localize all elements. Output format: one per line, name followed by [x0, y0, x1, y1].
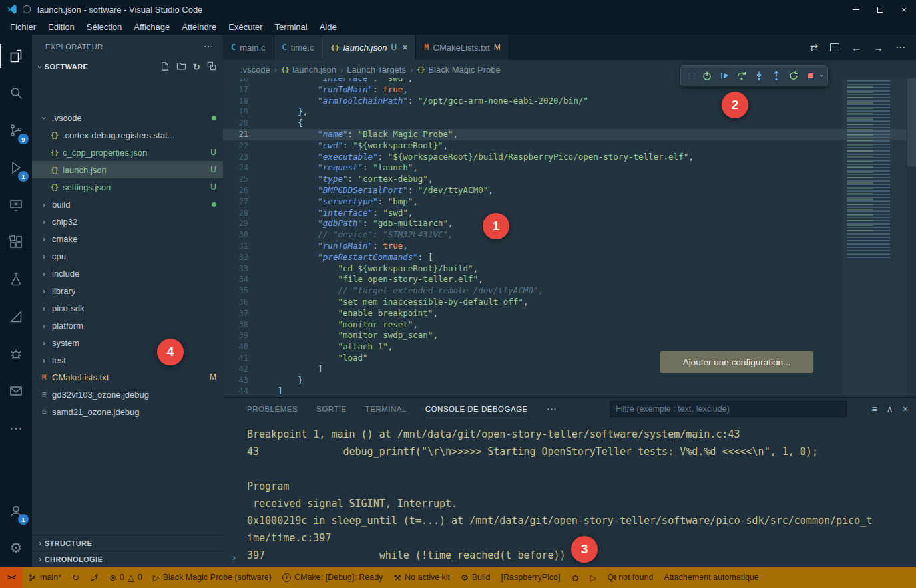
timeline-section[interactable]: ›CHRONOLOGIE: [32, 551, 223, 567]
search-icon[interactable]: [0, 74, 32, 112]
qt-status[interactable]: Qt not found: [602, 567, 659, 588]
breadcrumb-black-magic-probe[interactable]: {}Black Magic Probe: [417, 65, 500, 74]
target-status[interactable]: [RaspberryPico]: [496, 567, 566, 588]
step-into-icon[interactable]: [750, 67, 768, 84]
sidebar-more-icon[interactable]: ⋯: [204, 41, 214, 53]
cmake-status[interactable]: iCMake: [Debug]: Ready: [277, 567, 388, 588]
tree-item-cpu[interactable]: ›cpu: [32, 247, 223, 265]
menu-executer[interactable]: Exécuter: [222, 21, 268, 33]
explorer-icon[interactable]: [0, 37, 32, 74]
outline-section[interactable]: ›STRUCTURE: [32, 535, 223, 551]
close-tab-icon[interactable]: ×: [402, 42, 407, 53]
tree-item-launch-json[interactable]: launch.jsonU: [32, 161, 223, 178]
tab-cmakelists[interactable]: CMakeLists.txt M: [416, 35, 509, 60]
console-filter-input[interactable]: [610, 401, 847, 417]
build-status[interactable]: ⚙Build: [455, 567, 495, 588]
refresh-icon[interactable]: ↻: [193, 62, 200, 72]
tab-problems[interactable]: PROBLÈMES: [247, 398, 298, 420]
tab-main-c[interactable]: main.c: [223, 35, 274, 60]
menu-fichier[interactable]: Fichier: [4, 21, 42, 33]
code-editor[interactable]: 16 "interface": "swd",17 "runToMain": tr…: [223, 78, 916, 397]
tree-item-library[interactable]: ›library: [32, 282, 223, 299]
close-panel-icon[interactable]: ×: [903, 404, 908, 414]
git-graph-status[interactable]: [85, 567, 104, 588]
remote-indicator[interactable]: ><: [0, 567, 23, 588]
split-editor-icon[interactable]: [830, 43, 839, 51]
run-debug-icon[interactable]: 1: [0, 149, 32, 186]
testing-flask-icon[interactable]: [0, 261, 32, 298]
editor-scrollbar[interactable]: [907, 78, 916, 166]
kit-status[interactable]: ⚒No active kit: [388, 567, 455, 588]
remote-explorer-icon[interactable]: [0, 186, 32, 223]
restart-icon[interactable]: [785, 67, 802, 84]
sync-status[interactable]: ↻: [67, 567, 85, 588]
drag-handle-icon[interactable]: ⋮⋮: [685, 72, 696, 80]
step-out-icon[interactable]: [768, 67, 785, 84]
filter-icon[interactable]: ≡: [871, 404, 877, 414]
tree-item-cortex-debug-registers-stat[interactable]: .cortex-debug.registers.stat...: [32, 126, 223, 144]
debug-config-status[interactable]: ▷Black Magic Probe (software): [148, 567, 277, 588]
tree-item-gd32vf103-ozone-jdebug[interactable]: gd32vf103_ozone.jdebug: [32, 386, 223, 403]
close-button[interactable]: ×: [892, 0, 916, 19]
tab-launch-json[interactable]: launch.json U ×: [322, 35, 416, 60]
tree-item-vscode[interactable]: ›.vscode: [32, 109, 223, 126]
minimize-button[interactable]: [844, 0, 868, 19]
new-file-icon[interactable]: [160, 61, 170, 73]
maximize-button[interactable]: [868, 0, 892, 19]
debug-console-output[interactable]: Breakpoint 1, main () at /mnt/data/git/o…: [247, 426, 873, 564]
tree-item-platform[interactable]: ›platform: [32, 317, 223, 334]
chevron-down-icon[interactable]: ›: [818, 74, 826, 77]
tree-item-pico-sdk[interactable]: ›pico-sdk: [32, 299, 223, 317]
breadcrumb-launch-json[interactable]: {}launch.json: [281, 65, 336, 74]
maximize-panel-icon[interactable]: ∧: [887, 404, 893, 414]
tree-item-include[interactable]: ›include: [32, 265, 223, 282]
tab-debug-console[interactable]: CONSOLE DE DÉBOGAGE: [425, 398, 528, 420]
git-branch-status[interactable]: main*: [23, 567, 67, 588]
settings-gear-icon[interactable]: ⚙: [0, 529, 32, 567]
add-configuration-button[interactable]: Ajouter une configuration...: [660, 351, 813, 373]
menu-aide[interactable]: Aide: [314, 21, 343, 33]
menu-atteindre[interactable]: Atteindre: [176, 21, 222, 33]
menu-affichage[interactable]: Affichage: [128, 21, 176, 33]
problems-status[interactable]: ⊗0△0: [104, 567, 148, 588]
more-actions-icon[interactable]: ⋯: [895, 41, 905, 53]
auto-attach-status[interactable]: Attachement automatique: [658, 567, 764, 588]
panel-more-icon[interactable]: ⋯: [547, 403, 557, 415]
breadcrumb-vscode[interactable]: .vscode: [240, 65, 270, 74]
cmake-debug-status[interactable]: [566, 567, 585, 588]
menu-terminal[interactable]: Terminal: [269, 21, 314, 33]
step-over-icon[interactable]: [733, 67, 750, 84]
forward-icon[interactable]: →: [873, 42, 883, 53]
mail-icon[interactable]: [0, 372, 32, 410]
tree-item-system[interactable]: ›system: [32, 334, 223, 351]
tree-item-test[interactable]: ›test: [32, 351, 223, 368]
cmake-triangle-icon[interactable]: [0, 298, 32, 335]
tree-item-samd21-ozone-jdebug[interactable]: samd21_ozone.jdebug: [32, 403, 223, 420]
tree-item-settings-json[interactable]: settings.jsonU: [32, 178, 223, 196]
accounts-icon[interactable]: 1: [0, 492, 32, 529]
tree-item-c-cpp-properties-json[interactable]: c_cpp_properties.jsonU: [32, 144, 223, 161]
power-icon[interactable]: [698, 67, 716, 84]
tree-item-chip32[interactable]: ›chip32: [32, 213, 223, 230]
tree-item-cmakelists-txt[interactable]: CMakeLists.txtM: [32, 368, 223, 386]
new-folder-icon[interactable]: [176, 61, 186, 72]
tree-item-cmake[interactable]: ›cmake: [32, 230, 223, 247]
cmake-run-status[interactable]: ▷: [585, 567, 602, 588]
menu-selection[interactable]: Sélection: [81, 21, 128, 33]
collapse-all-icon[interactable]: [207, 61, 216, 72]
compare-changes-icon[interactable]: ⇄: [809, 41, 818, 53]
back-icon[interactable]: ←: [851, 42, 861, 53]
source-control-icon[interactable]: 9: [0, 112, 32, 149]
stop-icon[interactable]: [802, 67, 819, 84]
tab-output[interactable]: SORTIE: [316, 398, 347, 420]
workspace-section-header[interactable]: › SOFTWARE ↻: [32, 59, 223, 74]
continue-icon[interactable]: [716, 67, 733, 84]
minimap[interactable]: [843, 78, 907, 397]
more-views-icon[interactable]: ⋯: [0, 410, 32, 447]
breadcrumb-launch-targets[interactable]: Launch Targets: [347, 65, 406, 74]
tab-time-c[interactable]: time.c: [274, 35, 323, 60]
extensions-icon[interactable]: [0, 223, 32, 261]
debug-bug-icon[interactable]: [0, 335, 32, 372]
tab-terminal[interactable]: TERMINAL: [365, 398, 407, 420]
tree-item-build[interactable]: ›build: [32, 196, 223, 213]
